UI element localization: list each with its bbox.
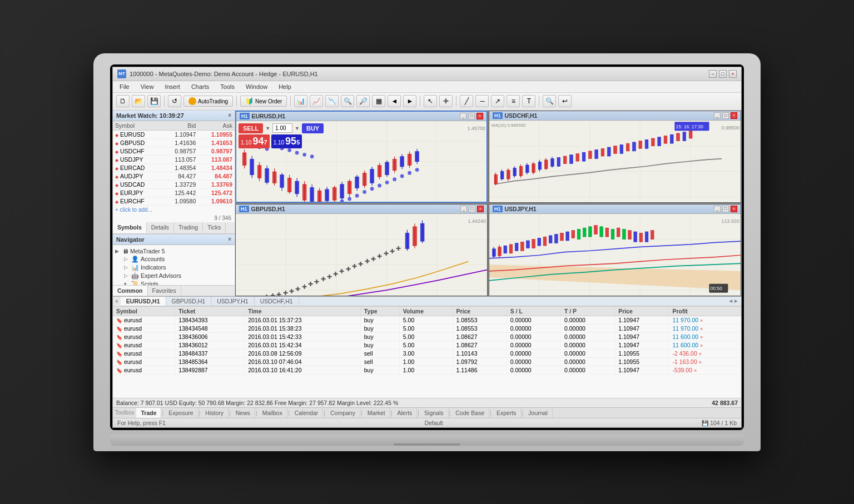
menu-help[interactable]: Help xyxy=(276,82,294,91)
close-button[interactable]: × xyxy=(729,70,737,78)
menu-window[interactable]: Window xyxy=(244,82,270,91)
table-row[interactable]: 🔖 eurusd 138484337 2016.03.08 12:56:09 s… xyxy=(113,349,741,357)
toolbar-chart3-icon[interactable]: 📉 xyxy=(325,95,339,107)
chart-usdchf-maximize[interactable]: □ xyxy=(722,112,729,119)
toolbar-grid-icon[interactable]: ▦ xyxy=(372,95,385,107)
market-row[interactable]: ◆AUDJPY 84.427 84.487 xyxy=(113,172,235,180)
toolbar-right-icon[interactable]: ► xyxy=(403,95,416,107)
tab-trading[interactable]: Trading xyxy=(174,222,203,233)
tab-favorites[interactable]: Favorites xyxy=(148,286,181,296)
chart-gbpusd-maximize[interactable]: □ xyxy=(469,206,475,212)
market-row[interactable]: ◆EURCHF 1.09580 1.09610 xyxy=(113,197,235,205)
market-row[interactable]: ◆EURJPY 125.442 125.472 xyxy=(113,188,235,197)
toolbar-new-icon[interactable]: 🗋 xyxy=(116,95,130,107)
tree-indicators[interactable]: ▷ 📊 Indicators xyxy=(124,263,232,272)
toolbox-tab-history[interactable]: History xyxy=(201,408,229,418)
trade-close-btn[interactable]: × xyxy=(699,351,702,357)
toolbox-tab-exposure[interactable]: Exposure xyxy=(164,408,198,418)
chart-usdchf-close[interactable]: × xyxy=(731,112,737,119)
market-watch-close[interactable]: × xyxy=(228,112,231,118)
bottom-close[interactable]: × xyxy=(113,297,121,306)
toolbox-tab-market[interactable]: Market xyxy=(363,408,390,418)
market-row[interactable]: ◆EURUSD 1.10947 1.10955 xyxy=(113,130,235,138)
chart-gbpusd-minimize[interactable]: _ xyxy=(460,206,467,212)
toolbox-tab-codebase[interactable]: Code Base xyxy=(451,408,489,418)
toolbar-line-icon[interactable]: ╱ xyxy=(460,95,473,107)
tab-common[interactable]: Common xyxy=(113,286,148,296)
menu-insert[interactable]: Insert xyxy=(162,82,182,91)
minimize-button[interactable]: − xyxy=(709,70,717,78)
toolbar-chart1-icon[interactable]: 📊 xyxy=(294,95,307,107)
toolbar-zoom-in-icon[interactable]: 🔍 xyxy=(341,95,354,107)
chart-tab-gbpusd[interactable]: GBPUSD,H1 xyxy=(166,297,212,306)
table-row[interactable]: 🔖 eurusd 138434393 2016.03.01 15:37:23 b… xyxy=(113,316,741,324)
toolbox-tab-company[interactable]: Company xyxy=(326,408,360,418)
tab-details[interactable]: Details xyxy=(147,222,174,233)
chart-tab-eurusd[interactable]: EURUSD,H1 xyxy=(121,297,166,306)
toolbar-back-icon[interactable]: ↩ xyxy=(558,95,572,107)
toolbar-cross-icon[interactable]: ✛ xyxy=(439,95,453,107)
chart-tab-usdchf[interactable]: USDCHF,H1 xyxy=(255,297,299,306)
tree-ea[interactable]: ▷ 🤖 Expert Advisors xyxy=(124,272,232,280)
toolbar-refresh-icon[interactable]: ↺ xyxy=(168,95,181,107)
menu-tools[interactable]: Tools xyxy=(218,82,237,91)
menu-charts[interactable]: Charts xyxy=(189,82,211,91)
toolbox-tab-trade[interactable]: Trade xyxy=(136,408,161,418)
toolbox-tab-alerts[interactable]: Alerts xyxy=(393,408,418,418)
trade-close-btn[interactable]: × xyxy=(700,335,703,340)
table-row[interactable]: 🔖 eurusd 138492887 2016.03.10 16:41:20 b… xyxy=(113,366,741,374)
toolbox-tab-calendar[interactable]: Calendar xyxy=(290,408,324,418)
menu-file[interactable]: File xyxy=(117,82,132,91)
autotrading-button[interactable]: AutoTrading xyxy=(183,96,233,107)
navigator-close[interactable]: × xyxy=(228,236,231,242)
toolbar-save-icon[interactable]: 💾 xyxy=(147,95,161,107)
chart-eurusd-close[interactable]: × xyxy=(476,113,483,119)
toolbar-cursor-icon[interactable]: ↖ xyxy=(424,95,437,107)
maximize-button[interactable]: □ xyxy=(719,70,727,78)
table-row[interactable]: 🔖 eurusd 138436006 2016.03.01 15:42:33 b… xyxy=(113,332,741,341)
market-row[interactable]: ◆USDCHF 0.98757 0.98797 xyxy=(113,147,235,155)
toolbox-tab-journal[interactable]: Journal xyxy=(524,408,552,418)
chart-eurusd-minimize[interactable]: _ xyxy=(460,113,466,119)
add-symbol[interactable]: + click to add... xyxy=(113,206,235,214)
trade-close-btn[interactable]: × xyxy=(694,368,697,373)
toolbar-left-icon[interactable]: ◄ xyxy=(388,95,401,107)
new-order-button[interactable]: 🔰 New Order xyxy=(240,96,287,107)
market-row[interactable]: ◆USDCAD 1.33729 1.33769 xyxy=(113,180,235,188)
chart-usdchf-minimize[interactable]: _ xyxy=(714,112,721,119)
toolbar-zoom-out-icon[interactable]: 🔎 xyxy=(356,95,370,107)
tab-symbols[interactable]: Symbols xyxy=(113,222,147,233)
chart-usdjpy-minimize[interactable]: _ xyxy=(714,206,721,212)
toolbar-hline-icon[interactable]: ─ xyxy=(475,95,489,107)
trade-close-btn[interactable]: × xyxy=(700,343,703,348)
toolbar-trend-icon[interactable]: ↗ xyxy=(491,95,504,107)
chart-tab-usdjpy[interactable]: USDJPY,H1 xyxy=(211,297,254,306)
chart-tab-right-arrow[interactable]: ► xyxy=(733,298,739,304)
toolbar-text-icon[interactable]: T xyxy=(522,95,535,107)
table-row[interactable]: 🔖 eurusd 138434548 2016.03.01 15:38:23 b… xyxy=(113,324,741,332)
toolbar-chart2-icon[interactable]: 📈 xyxy=(310,95,323,107)
trade-close-btn[interactable]: × xyxy=(699,360,702,365)
tree-accounts[interactable]: ▷ 👤 Accounts xyxy=(124,255,232,263)
lot-input[interactable] xyxy=(272,123,292,133)
sell-button[interactable]: SELL xyxy=(239,123,263,133)
table-row[interactable]: 🔖 eurusd 138436012 2016.03.01 15:42:34 b… xyxy=(113,341,741,349)
chart-eurusd-maximize[interactable]: □ xyxy=(468,113,475,119)
market-row[interactable]: ◆USDJPY 113.057 113.087 xyxy=(113,155,235,163)
trade-close-btn[interactable]: × xyxy=(700,326,703,332)
toolbox-tab-experts[interactable]: Experts xyxy=(492,408,522,418)
buy-button[interactable]: BUY xyxy=(302,123,324,133)
chart-tab-left-arrow[interactable]: ◄ xyxy=(728,298,733,304)
toolbox-tab-news[interactable]: News xyxy=(231,408,255,418)
toolbox-tab-signals[interactable]: Signals xyxy=(420,408,448,418)
toolbar-search-icon[interactable]: 🔍 xyxy=(543,95,556,107)
trade-close-btn[interactable]: × xyxy=(700,318,703,323)
toolbar-fib-icon[interactable]: ≡ xyxy=(507,95,520,107)
market-row[interactable]: ◆GBPUSD 1.41636 1.41653 xyxy=(113,138,235,147)
menu-view[interactable]: View xyxy=(138,82,156,91)
market-row[interactable]: ◆EURCAD 1.48354 1.48434 xyxy=(113,163,235,172)
tree-root[interactable]: ▶ 🖥 MetaTrader 5 xyxy=(115,247,232,255)
toolbar-open-icon[interactable]: 📂 xyxy=(132,95,145,107)
tab-ticks[interactable]: Ticks xyxy=(203,222,226,233)
chart-usdjpy-maximize[interactable]: □ xyxy=(722,206,729,212)
